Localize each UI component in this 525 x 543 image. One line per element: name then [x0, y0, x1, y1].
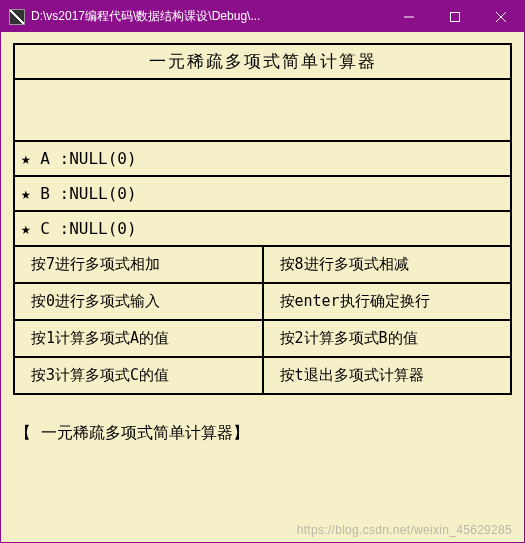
command-grid: 按7进行多项式相加 按8进行多项式相减 按0进行多项式输入 按enter执行确定… [15, 247, 510, 393]
poly-a: ★ A :NULL(0) [15, 142, 510, 177]
cmd-enter: 按enter执行确定换行 [264, 284, 511, 319]
cmd-input: 按0进行多项式输入 [15, 284, 264, 319]
cmd-exit: 按t退出多项式计算器 [264, 358, 511, 393]
main-box: 一元稀疏多项式简单计算器 ★ A :NULL(0) ★ B :NULL(0) ★… [13, 43, 512, 395]
poly-b: ★ B :NULL(0) [15, 177, 510, 212]
console-area[interactable]: 一元稀疏多项式简单计算器 ★ A :NULL(0) ★ B :NULL(0) ★… [1, 32, 524, 542]
cmd-calc-b: 按2计算多项式B的值 [264, 321, 511, 356]
app-title: 一元稀疏多项式简单计算器 [15, 45, 510, 80]
cmd-row: 按1计算多项式A的值 按2计算多项式B的值 [15, 321, 510, 358]
cmd-add: 按7进行多项式相加 [15, 247, 264, 282]
footer-text: 【 一元稀疏多项式简单计算器】 [13, 423, 512, 444]
cmd-row: 按7进行多项式相加 按8进行多项式相减 [15, 247, 510, 284]
window-title: D:\vs2017编程代码\数据结构课设\Debug\... [31, 8, 386, 25]
cmd-row: 按3计算多项式C的值 按t退出多项式计算器 [15, 358, 510, 393]
close-button[interactable] [478, 1, 524, 32]
minimize-button[interactable] [386, 1, 432, 32]
app-icon [9, 9, 25, 25]
cmd-calc-a: 按1计算多项式A的值 [15, 321, 264, 356]
app-window: D:\vs2017编程代码\数据结构课设\Debug\... 一元稀疏多项式简单… [0, 0, 525, 543]
poly-c: ★ C :NULL(0) [15, 212, 510, 247]
cmd-calc-c: 按3计算多项式C的值 [15, 358, 264, 393]
spacer [15, 80, 510, 142]
cmd-row: 按0进行多项式输入 按enter执行确定换行 [15, 284, 510, 321]
svg-rect-1 [451, 12, 460, 21]
window-controls [386, 1, 524, 32]
cmd-sub: 按8进行多项式相减 [264, 247, 511, 282]
watermark: https://blog.csdn.net/weixin_45629285 [297, 523, 512, 537]
maximize-button[interactable] [432, 1, 478, 32]
titlebar[interactable]: D:\vs2017编程代码\数据结构课设\Debug\... [1, 1, 524, 32]
